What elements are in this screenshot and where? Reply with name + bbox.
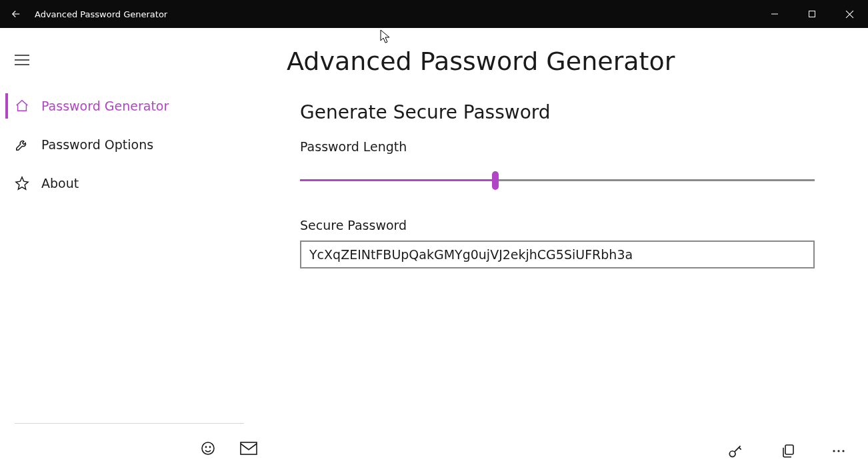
slider-fill bbox=[300, 179, 495, 181]
maximize-icon bbox=[808, 10, 816, 18]
svg-point-8 bbox=[205, 446, 206, 447]
smiley-icon bbox=[200, 440, 216, 456]
svg-point-15 bbox=[842, 450, 844, 452]
sidebar-item-label: About bbox=[41, 176, 79, 191]
key-icon bbox=[727, 442, 744, 460]
copy-button[interactable] bbox=[780, 443, 796, 459]
sidebar: Password Generator Password Options Abou… bbox=[0, 28, 259, 473]
main-content: Advanced Password Generator Generate Sec… bbox=[259, 28, 868, 473]
title-bar: Advanced Password Generator bbox=[0, 0, 868, 28]
more-button[interactable] bbox=[832, 449, 845, 453]
sidebar-item-password-generator[interactable]: Password Generator bbox=[0, 87, 259, 125]
length-label: Password Length bbox=[300, 139, 815, 154]
svg-point-14 bbox=[837, 450, 839, 452]
minimize-icon bbox=[771, 10, 779, 18]
svg-rect-1 bbox=[809, 11, 815, 17]
password-output[interactable]: YcXqZEINtFBUpQakGMYg0ujVJ2ekjhCG5SiUFRbh… bbox=[300, 240, 815, 268]
back-button[interactable] bbox=[0, 0, 32, 28]
page-title: Advanced Password Generator bbox=[287, 47, 868, 76]
maximize-button[interactable] bbox=[793, 0, 831, 28]
wrench-icon bbox=[15, 137, 29, 152]
close-icon bbox=[845, 10, 854, 19]
svg-point-9 bbox=[209, 446, 210, 447]
slider-thumb[interactable] bbox=[492, 171, 499, 190]
emoji-button[interactable] bbox=[200, 440, 216, 456]
command-bar bbox=[727, 442, 845, 460]
hamburger-button[interactable] bbox=[0, 44, 259, 76]
sidebar-footer bbox=[0, 424, 259, 473]
mail-icon bbox=[240, 442, 257, 455]
sidebar-item-password-options[interactable]: Password Options bbox=[0, 125, 259, 164]
mail-button[interactable] bbox=[240, 442, 257, 455]
svg-point-13 bbox=[833, 450, 835, 452]
output-label: Secure Password bbox=[300, 218, 815, 233]
length-slider[interactable] bbox=[300, 173, 815, 189]
svg-rect-10 bbox=[241, 442, 257, 454]
minimize-button[interactable] bbox=[756, 0, 793, 28]
home-icon bbox=[15, 99, 29, 113]
sidebar-item-about[interactable]: About bbox=[0, 164, 259, 203]
sidebar-item-label: Password Options bbox=[41, 137, 153, 152]
sidebar-item-label: Password Generator bbox=[41, 99, 169, 113]
hamburger-icon bbox=[15, 55, 29, 65]
nav-list: Password Generator Password Options Abou… bbox=[0, 87, 259, 423]
key-button[interactable] bbox=[727, 442, 744, 460]
window-title: Advanced Password Generator bbox=[35, 9, 167, 19]
star-icon bbox=[15, 176, 29, 191]
arrow-left-icon bbox=[10, 8, 22, 20]
more-icon bbox=[832, 449, 845, 453]
generate-section: Generate Secure Password Password Length… bbox=[300, 101, 815, 268]
section-title: Generate Secure Password bbox=[300, 101, 815, 123]
svg-point-7 bbox=[202, 442, 214, 454]
svg-rect-12 bbox=[785, 445, 793, 454]
window-controls bbox=[756, 0, 868, 28]
copy-icon bbox=[780, 443, 796, 459]
close-button[interactable] bbox=[831, 0, 868, 28]
svg-point-11 bbox=[729, 451, 735, 457]
